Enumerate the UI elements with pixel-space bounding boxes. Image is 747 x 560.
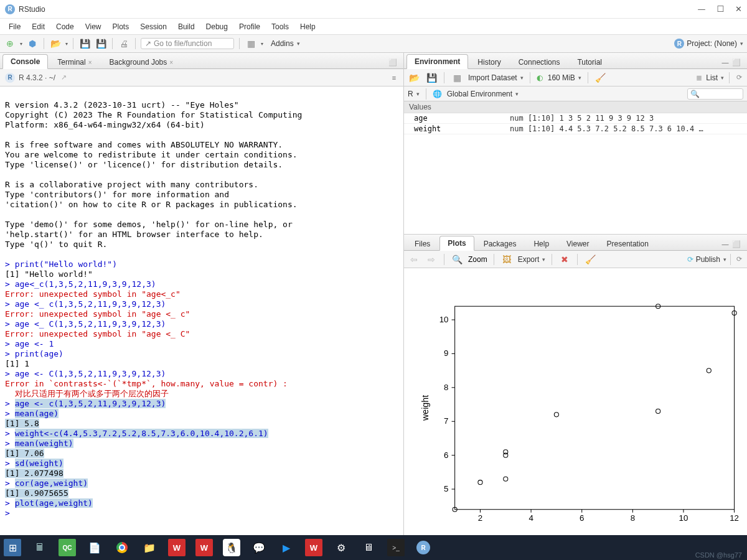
share-icon[interactable]: ↗ (59, 73, 68, 82)
console-output[interactable]: R version 4.3.2 (2023-10-31 ucrt) -- "Ey… (0, 86, 403, 535)
grid-icon[interactable]: ▦ (245, 37, 257, 50)
project-dropdown[interactable]: Project: (None) (687, 39, 743, 48)
clear-console-icon[interactable]: ≡ (390, 73, 398, 82)
print-icon[interactable]: 🖨 (118, 37, 130, 50)
new-file-icon[interactable]: ⊕ (4, 37, 16, 50)
global-env-dropdown[interactable]: Global Environment (447, 90, 519, 98)
next-plot-icon[interactable]: ⇨ (425, 253, 438, 266)
export-dropdown[interactable]: Export (518, 255, 546, 264)
new-project-icon[interactable]: ⬢ (26, 37, 39, 50)
pane-maximize-icon[interactable]: ⬜ (732, 240, 741, 248)
svg-text:5: 5 (444, 485, 448, 494)
menu-plots[interactable]: Plots (108, 21, 134, 32)
menu-debug[interactable]: Debug (201, 21, 233, 32)
svg-text:weight: weight (420, 395, 430, 421)
pane-minimize-icon[interactable]: — (721, 240, 730, 248)
qq-icon[interactable]: 🐧 (223, 539, 240, 556)
menu-file[interactable]: File (4, 21, 26, 32)
tab-files[interactable]: Files (406, 236, 438, 251)
tab-help[interactable]: Help (525, 236, 557, 251)
wps-icon[interactable]: W (168, 539, 186, 556)
svg-point-31 (656, 409, 660, 414)
tab-console[interactable]: Console (2, 54, 48, 69)
pane-maximize-icon[interactable]: ⬜ (732, 58, 741, 67)
menu-code[interactable]: Code (51, 21, 79, 32)
env-section-header: Values (404, 101, 747, 113)
clear-plots-icon[interactable]: 🧹 (584, 253, 596, 266)
r-scope-dropdown[interactable]: R (408, 90, 420, 98)
refresh-env-icon[interactable]: ⟳ (735, 73, 743, 82)
calculator-icon[interactable]: 🖩 (31, 539, 49, 556)
tab-tutorial[interactable]: Tutorial (569, 55, 610, 69)
load-workspace-icon[interactable]: 📂 (408, 72, 420, 84)
main-toolbar: ⊕▾ ⬢ 📂▾ 💾 💾 🖨 ↗ Go to file/function ▦▾ A… (0, 34, 747, 53)
save-workspace-icon[interactable]: 💾 (425, 72, 438, 84)
tab-connections[interactable]: Connections (510, 55, 568, 69)
prev-plot-icon[interactable]: ⇦ (408, 253, 420, 266)
tab-presentation[interactable]: Presentation (599, 236, 657, 251)
pane-minimize-icon[interactable]: — (721, 58, 730, 67)
r-version-label: R 4.3.2 · ~/ (19, 73, 55, 82)
svg-point-29 (478, 480, 482, 485)
qc-app-icon[interactable]: QC (59, 539, 76, 556)
env-row[interactable]: weightnum [1:10] 4.4 5.3 7.2 5.2 8.5 7.3… (404, 124, 747, 134)
memory-usage-dropdown[interactable]: 160 MiB (548, 73, 581, 82)
env-row[interactable]: agenum [1:10] 1 3 5 2 11 9 3 9 12 3 (404, 113, 747, 124)
publish-dropdown[interactable]: Publish (696, 255, 726, 264)
menu-tools[interactable]: Tools (266, 21, 294, 32)
import-grid-icon[interactable]: ▦ (451, 72, 463, 84)
menu-help[interactable]: Help (295, 21, 321, 32)
menu-build[interactable]: Build (173, 21, 200, 32)
svg-rect-0 (455, 307, 735, 510)
broom-icon[interactable]: 🧹 (594, 72, 607, 84)
watermark-credit: CSDN @hsg77 (695, 551, 742, 559)
tab-packages[interactable]: Packages (476, 236, 525, 251)
tab-history[interactable]: History (469, 55, 509, 69)
open-file-icon[interactable]: 📂 (49, 37, 62, 50)
remove-plot-icon[interactable]: ✖ (558, 253, 571, 266)
close-icon[interactable]: × (169, 59, 173, 66)
env-search-input[interactable]: 🔍 (687, 88, 743, 100)
close-icon[interactable]: × (88, 59, 92, 66)
explorer-icon[interactable]: 📁 (141, 539, 158, 556)
svg-text:10: 10 (439, 315, 449, 325)
thunder-icon[interactable]: ▶ (278, 539, 295, 556)
svg-text:2: 2 (478, 514, 482, 523)
menu-view[interactable]: View (80, 21, 106, 32)
close-button[interactable]: ✕ (735, 4, 742, 14)
list-view-dropdown[interactable]: List (706, 73, 724, 82)
wechat-icon[interactable]: 💬 (250, 539, 268, 556)
save-icon[interactable]: 💾 (78, 37, 91, 50)
tab-background-jobs[interactable]: Background Jobs× (101, 55, 182, 69)
pane-pop-out-icon[interactable]: ⬜ (388, 58, 397, 67)
tab-terminal[interactable]: Terminal× (49, 55, 100, 69)
save-all-icon[interactable]: 💾 (95, 37, 107, 50)
maximize-button[interactable]: ☐ (716, 4, 724, 14)
wps-icon[interactable]: W (195, 539, 213, 556)
tab-plots[interactable]: Plots (439, 236, 474, 251)
zoom-button[interactable]: Zoom (468, 255, 487, 264)
tab-environment[interactable]: Environment (406, 54, 468, 69)
app-title: RStudio (19, 5, 45, 14)
chrome-icon[interactable] (113, 539, 131, 556)
addins-dropdown[interactable]: Addins (271, 39, 300, 48)
refresh-plot-icon[interactable]: ⟳ (735, 255, 743, 264)
zoom-icon[interactable]: 🔍 (451, 253, 463, 266)
minimize-button[interactable]: — (697, 4, 705, 14)
tab-viewer[interactable]: Viewer (558, 236, 597, 251)
export-icon[interactable]: 🖼 (500, 253, 513, 266)
menu-session[interactable]: Session (135, 21, 172, 32)
app-icon[interactable]: 🖥 (360, 539, 377, 556)
start-icon[interactable]: ⊞ (4, 539, 21, 556)
rstudio-icon[interactable]: R (415, 539, 432, 556)
menu-profile[interactable]: Profile (234, 21, 265, 32)
svg-text:8: 8 (631, 514, 635, 523)
import-dataset-dropdown[interactable]: Import Dataset (468, 73, 524, 82)
notepad-icon[interactable]: 📄 (86, 539, 103, 556)
environment-list: Values agenum [1:10] 1 3 5 2 11 9 3 9 12… (404, 101, 747, 234)
go-to-file-input[interactable]: ↗ Go to file/function (141, 38, 234, 49)
menu-edit[interactable]: Edit (27, 21, 50, 32)
settings-icon[interactable]: ⚙ (332, 539, 350, 556)
terminal-icon[interactable]: >_ (387, 539, 405, 556)
wps-icon[interactable]: W (305, 539, 322, 556)
